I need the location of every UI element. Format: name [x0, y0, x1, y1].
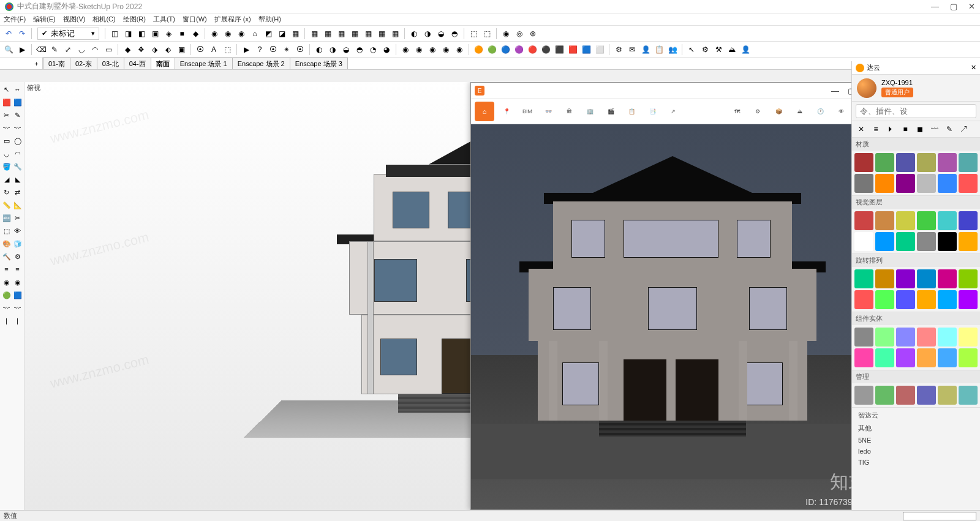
swatch-button[interactable] [854, 211, 873, 230]
swatch-button[interactable] [854, 290, 873, 309]
toolbar-icon[interactable]: ⦿ [294, 43, 306, 56]
vcb-input[interactable] [903, 512, 976, 520]
swatch-button[interactable] [854, 232, 873, 251]
quick-icon[interactable]: 🞂 [885, 124, 896, 135]
add-scene-button[interactable]: + [31, 58, 43, 69]
section-header[interactable]: 组件实体 [852, 312, 980, 325]
toolbar-icon[interactable]: ▶ [16, 43, 28, 56]
swatch-button[interactable] [917, 174, 936, 193]
swatch-button[interactable] [959, 232, 978, 251]
toolbar-icon[interactable]: ⊛ [527, 28, 539, 40]
swatch-button[interactable] [959, 269, 978, 288]
toolbar-icon[interactable]: ⬛ [553, 43, 565, 56]
toolbar-icon[interactable]: ▦ [335, 28, 347, 40]
tool-icon[interactable]: 🔧 [12, 160, 23, 173]
toolbar-icon[interactable]: 👥 [666, 43, 679, 56]
enscape-render-view[interactable]: 知末 ID: 1176739005 [471, 124, 874, 509]
dropdown-icon[interactable]: ▾ [91, 29, 95, 37]
scene-tab[interactable]: 01-南 [43, 58, 70, 69]
scene-tab[interactable]: 04-西 [124, 58, 151, 69]
swatch-button[interactable] [854, 269, 873, 288]
menu-item[interactable]: 编辑(E) [33, 15, 56, 24]
swatch-button[interactable] [896, 211, 915, 230]
toolbar-icon[interactable]: ◐ [408, 28, 420, 40]
section-header[interactable]: 管理 [852, 370, 980, 383]
toolbar-icon[interactable]: ⚙ [612, 43, 625, 56]
enscape-tool-icon[interactable]: 📍 [498, 103, 515, 120]
toolbar-icon[interactable]: ◩ [262, 28, 274, 40]
tool-icon[interactable]: ▭ [1, 135, 12, 147]
tool-icon[interactable]: ◉ [12, 276, 23, 288]
tool-icon[interactable]: ≡ [1, 263, 12, 275]
undo-icon[interactable]: ↶ [2, 28, 15, 40]
quick-icon[interactable]: 〰 [929, 124, 940, 135]
toolbar-icon[interactable]: ✉ [626, 43, 638, 56]
toolbar-icon[interactable]: ▣ [149, 28, 161, 40]
toolbar-icon[interactable]: 🔍 [2, 43, 15, 56]
toolbar-icon[interactable]: ▭ [102, 43, 115, 56]
swatch-button[interactable] [959, 386, 978, 405]
toolbar-icon[interactable]: A [208, 43, 220, 56]
toolbar-icon[interactable]: ⬚ [221, 43, 233, 56]
enscape-minimize-button[interactable]: — [831, 86, 839, 96]
toolbar-icon[interactable]: ▦ [349, 28, 361, 40]
menu-item[interactable]: 工具(T) [153, 15, 175, 24]
swatch-button[interactable] [875, 232, 894, 251]
toolbar-icon[interactable]: ▣ [175, 43, 187, 56]
swatch-button[interactable] [959, 153, 978, 172]
swatch-button[interactable] [875, 386, 894, 405]
tool-icon[interactable]: ⇄ [12, 186, 23, 198]
toolbar-icon[interactable]: ◕ [380, 43, 393, 56]
toolbar-icon[interactable]: ◉ [413, 43, 425, 56]
enscape-tool-icon[interactable]: 👁 [832, 103, 850, 120]
toolbar-icon[interactable]: ❖ [135, 43, 147, 56]
toolbar-icon[interactable]: 👤 [739, 43, 752, 56]
toolbar-icon[interactable]: ◉ [222, 28, 234, 40]
swatch-button[interactable] [917, 269, 936, 288]
enscape-tool-icon[interactable]: BIM [519, 103, 536, 120]
toolbar-icon[interactable]: ⦿ [194, 43, 206, 56]
tool-icon[interactable]: ✎ [12, 109, 23, 121]
toolbar-icon[interactable]: ▦ [375, 28, 388, 40]
menu-item[interactable]: 视图(V) [63, 15, 86, 24]
list-item[interactable]: 5NE [852, 435, 980, 446]
enscape-tool-icon[interactable]: 🏛 [560, 103, 578, 120]
swatch-button[interactable] [917, 232, 936, 251]
maximize-button[interactable]: ▢ [950, 2, 957, 11]
tool-icon[interactable]: 〰 [12, 302, 23, 314]
scene-tab[interactable]: Enscape 场景 2 [232, 58, 290, 69]
enscape-tool-icon[interactable]: ⛰ [791, 103, 808, 120]
section-header[interactable]: 旋转排列 [852, 254, 980, 267]
toolbar-icon[interactable]: 🔵 [499, 43, 511, 56]
swatch-button[interactable] [938, 232, 957, 251]
toolbar-icon[interactable]: ⬜ [594, 43, 606, 56]
scene-tab[interactable]: 03-北 [97, 58, 124, 69]
swatch-button[interactable] [917, 328, 936, 347]
scene-tab[interactable]: 南面 [151, 58, 175, 69]
toolbar-icon[interactable]: ▦ [389, 28, 401, 40]
tool-icon[interactable]: ◢ [1, 173, 12, 186]
toolbar-icon[interactable]: 🟦 [580, 43, 592, 56]
swatch-button[interactable] [854, 386, 873, 405]
tag-input[interactable] [51, 29, 88, 38]
tool-icon[interactable]: | [1, 315, 12, 327]
toolbar-icon[interactable]: ⛰ [726, 43, 738, 56]
swatch-button[interactable] [938, 174, 957, 193]
tool-icon[interactable]: ↻ [1, 186, 12, 198]
toolbar-icon[interactable]: ◑ [326, 43, 339, 56]
swatch-button[interactable] [896, 290, 915, 309]
swatch-button[interactable] [896, 174, 915, 193]
toolbar-icon[interactable]: ⚫ [540, 43, 552, 56]
quick-icon[interactable]: ✕ [856, 124, 867, 135]
swatch-button[interactable] [938, 211, 957, 230]
swatch-button[interactable] [896, 328, 915, 347]
minimize-button[interactable]: — [931, 2, 939, 11]
toolbar-icon[interactable]: ⬚ [467, 28, 480, 40]
swatch-button[interactable] [896, 348, 915, 367]
tag-selector[interactable]: ✔ ▾ [37, 28, 99, 40]
tool-icon[interactable]: | [12, 315, 23, 327]
section-header[interactable]: 视觉图层 [852, 196, 980, 209]
swatch-button[interactable] [938, 328, 957, 347]
swatch-button[interactable] [896, 386, 915, 405]
toolbar-icon[interactable]: ◆ [121, 43, 134, 56]
